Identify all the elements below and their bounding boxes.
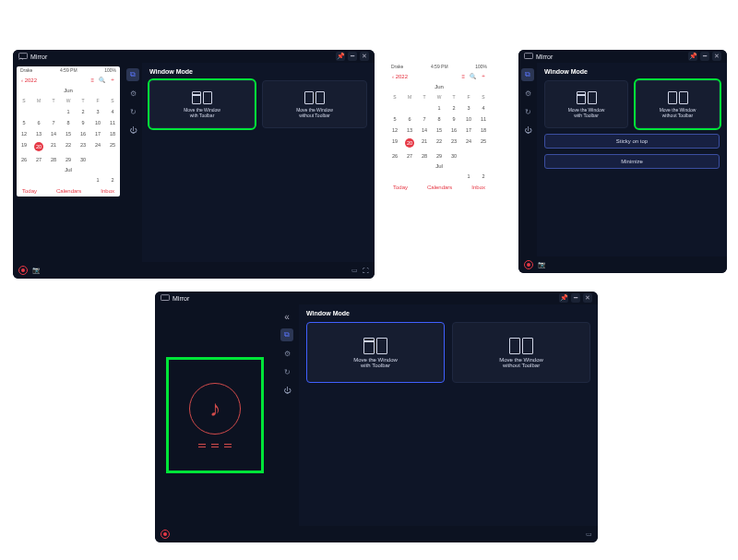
app-title: Mirror xyxy=(30,54,47,60)
statusbar: 📷 ▭ ⛶ xyxy=(13,262,375,279)
pin-button[interactable]: 📌 xyxy=(559,293,568,303)
mirror-window-2: Mirror 📌 ━ ✕ ⧉ ⚙ ↻ ⏻ Window Mode Move th… xyxy=(518,50,727,273)
mirrored-audio-view: ♪ xyxy=(155,304,275,526)
mode-without-toolbar[interactable]: Move the Window without Toolbar xyxy=(636,80,720,128)
section-title: Window Mode xyxy=(149,68,367,75)
calendar-toolbar: Today Calendars Inbox xyxy=(17,185,120,197)
inbox-button[interactable]: Inbox xyxy=(101,188,114,194)
close-button[interactable]: ✕ xyxy=(360,52,369,61)
mode-with-toolbar[interactable]: Move the Window with Toolbar xyxy=(544,80,628,128)
phone-statusbar: Drake 4:59 PM 100% xyxy=(17,66,120,74)
music-note-icon: ♪ xyxy=(189,383,241,435)
calendar-grid-jul[interactable]: 12 xyxy=(17,174,120,185)
cast-icon xyxy=(161,294,170,303)
pin-button[interactable]: 📌 xyxy=(688,52,697,61)
power-icon[interactable]: ⏻ xyxy=(521,124,534,137)
mirror-window-1: Mirror 📌 ━ ✕ Drake 4:59 PM 100% ‹ 2022 ≡ xyxy=(13,50,375,279)
svg-rect-2 xyxy=(161,294,169,300)
pip-icon[interactable]: ▭ xyxy=(351,267,358,274)
tool-sidebar: ⧉ ⚙ ↻ ⏻ xyxy=(124,63,142,262)
phone-screen: Drake 4:59 PM 100% ‹ 2022 ≡ 🔍 ＋ Jun SMTW… xyxy=(17,66,120,197)
svg-rect-0 xyxy=(18,53,27,58)
sticky-button[interactable]: Sticky on top xyxy=(544,134,720,149)
power-icon[interactable]: ⏻ xyxy=(126,124,139,137)
calendar-grid-jun[interactable]: SMTWTFS 1234 567891011 12131415161718 19… xyxy=(17,95,120,165)
mode-without-toolbar[interactable]: Move the Window without Toolbar xyxy=(262,80,367,128)
window-mode-icon[interactable]: ⧉ xyxy=(126,68,139,81)
minimize-button[interactable]: ━ xyxy=(700,52,709,61)
collapse-icon[interactable]: « xyxy=(280,310,293,323)
minimize-button[interactable]: ━ xyxy=(348,52,357,61)
list-view-icon[interactable]: ≡ xyxy=(90,77,94,83)
audio-visualizer: ♪ xyxy=(169,360,261,471)
record-button[interactable] xyxy=(524,260,533,269)
screenshot-icon[interactable]: 📷 xyxy=(538,261,546,268)
mode-with-toolbar[interactable]: Move the Window with Toolbar xyxy=(306,322,445,383)
calendar-month2-label: Jul xyxy=(17,165,120,174)
titlebar: Mirror 📌 ━ ✕ xyxy=(13,50,375,63)
close-button[interactable]: ✕ xyxy=(712,52,721,61)
pin-button[interactable]: 📌 xyxy=(336,52,345,61)
section-title: Window Mode xyxy=(306,310,590,316)
phone-standalone: Drake4:59 PM100% ‹ 2022 ≡ 🔍 ＋ Jun SMTWTF… xyxy=(387,63,491,193)
settings-icon[interactable]: ⚙ xyxy=(126,87,139,100)
calendar-back-year[interactable]: ‹ 2022 xyxy=(392,74,408,79)
power-icon[interactable]: ⏻ xyxy=(280,384,293,397)
mode-without-toolbar[interactable]: Move the Window without Toolbar xyxy=(452,322,590,383)
history-icon[interactable]: ↻ xyxy=(280,365,293,378)
record-button[interactable] xyxy=(161,530,170,539)
record-button[interactable] xyxy=(18,266,28,275)
main-panel: Window Mode Move the Window with Toolbar… xyxy=(142,63,375,262)
equalizer-icon xyxy=(198,444,232,447)
calendar-back-year[interactable]: ‹ 2022 xyxy=(21,77,37,83)
window-mode-icon[interactable]: ⧉ xyxy=(280,328,293,341)
tool-sidebar: ⧉ ⚙ ↻ ⏻ xyxy=(518,63,537,256)
mirror-window-3: Mirror 📌 ━ ✕ ♪ « ⧉ ⚙ ↻ ⏻ Window Mode xyxy=(155,292,598,542)
cast-icon xyxy=(524,53,533,61)
today-button[interactable]: Today xyxy=(22,188,37,194)
cast-icon xyxy=(18,53,28,61)
close-button[interactable]: ✕ xyxy=(583,293,592,303)
screenshot-icon[interactable]: 📷 xyxy=(32,267,41,274)
search-icon[interactable]: 🔍 xyxy=(99,77,105,83)
mirrored-device-view: Drake 4:59 PM 100% ‹ 2022 ≡ 🔍 ＋ Jun SMTW… xyxy=(13,63,124,262)
add-event-button[interactable]: ＋ xyxy=(481,72,486,80)
history-icon[interactable]: ↻ xyxy=(521,105,534,118)
add-event-button[interactable]: ＋ xyxy=(110,76,115,84)
settings-icon[interactable]: ⚙ xyxy=(521,87,534,100)
mode-with-toolbar[interactable]: Move the Window with Toolbar xyxy=(149,80,255,128)
calendars-button[interactable]: Calendars xyxy=(56,188,81,194)
svg-rect-1 xyxy=(524,53,532,58)
tool-sidebar: « ⧉ ⚙ ↻ ⏻ xyxy=(275,304,299,526)
search-icon[interactable]: 🔍 xyxy=(470,73,476,79)
calendar-month-label: Jun xyxy=(17,86,120,95)
list-view-icon[interactable]: ≡ xyxy=(461,74,465,79)
settings-icon[interactable]: ⚙ xyxy=(280,347,293,360)
minimize-window-button[interactable]: Minimize xyxy=(544,154,720,169)
pip-icon[interactable]: ▭ xyxy=(586,530,592,538)
section-title: Window Mode xyxy=(544,68,720,75)
fullscreen-icon[interactable]: ⛶ xyxy=(363,268,369,274)
history-icon[interactable]: ↻ xyxy=(126,105,139,118)
window-mode-icon[interactable]: ⧉ xyxy=(521,68,534,81)
minimize-button[interactable]: ━ xyxy=(571,293,580,303)
